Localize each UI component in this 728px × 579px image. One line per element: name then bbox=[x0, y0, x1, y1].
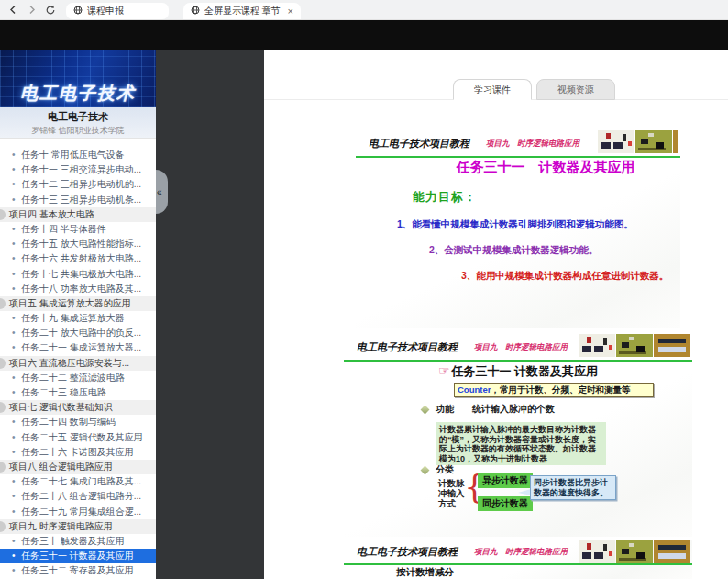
sidebar-item[interactable]: 任务十一 三相交流异步电动... bbox=[0, 162, 156, 177]
sidebar-item[interactable]: 任务十七 共集电极放大电路... bbox=[0, 267, 156, 282]
sidebar-section[interactable]: 项目八 组合逻辑电路应用 bbox=[0, 460, 156, 474]
slide-header: 电工电子技术项目教程 项目九 时序逻辑电路应用 bbox=[356, 128, 680, 156]
sidebar-section[interactable]: 项目六 直流稳压电源安装与... bbox=[0, 356, 156, 371]
slide-2: 电工电子技术项目教程 项目九 时序逻辑电路应用 ☞任务三十一 计数器及其应用 C… bbox=[344, 332, 692, 537]
sidebar-item-active[interactable]: 任务三十一 计数器及其应用 bbox=[0, 549, 156, 563]
slide-title: 任务三十一 计数器及其应用 bbox=[356, 159, 680, 176]
callout-tail bbox=[518, 489, 531, 495]
classification-row: 分类 bbox=[422, 463, 454, 476]
circuit-diagram-photo bbox=[579, 540, 615, 563]
sidebar-item[interactable]: 任务二十八 组合逻辑电路分... bbox=[0, 489, 156, 504]
course-title: 电工电子技术 bbox=[0, 107, 156, 124]
slide-photos bbox=[598, 130, 678, 153]
sidebar-item[interactable]: 任务二十一 集成运算放大器... bbox=[0, 340, 156, 355]
slide-brand: 电工电子技术项目教程 bbox=[357, 340, 458, 354]
sidebar-item[interactable]: 任务十八 功率放大电路及其... bbox=[0, 282, 156, 296]
slide-header: 电工电子技术项目教程 项目九 时序逻辑电路应用 bbox=[344, 332, 692, 360]
slide-3: 电工电子技术项目教程 项目九 时序逻辑电路应用 按计数增减分 bbox=[344, 540, 692, 579]
back-icon[interactable] bbox=[8, 5, 18, 15]
counter-en: Counter bbox=[458, 384, 491, 395]
sidebar-collapse-button[interactable]: « bbox=[156, 170, 168, 214]
goal-heading: 能力目标： bbox=[413, 189, 477, 206]
callout-box: 同步计数器比异步计数器的速度快得多。 bbox=[530, 475, 616, 500]
diamond-bullet-icon bbox=[421, 405, 430, 414]
sidebar-item[interactable]: 任务二十七 集成门电路及其... bbox=[0, 474, 156, 489]
sidebar-section[interactable]: 项目四 基本放大电路 bbox=[0, 207, 156, 222]
sidebar-item[interactable]: 任务十 常用低压电气设备 bbox=[0, 148, 156, 162]
browser-tab-label: 全屏显示课程 章节 bbox=[204, 5, 281, 17]
counter-type-async: 异步计数器 bbox=[478, 473, 533, 488]
sidebar-item[interactable]: 任务二十 放大电路中的负反... bbox=[0, 326, 156, 340]
slide-photos bbox=[579, 334, 690, 357]
content-tabs: 学习课件 视频资源 bbox=[453, 79, 615, 100]
main-panel: 学习课件 视频资源 电工电子技术项目教程 项目九 时序逻辑电路应用 任务三十一 … bbox=[264, 50, 728, 579]
sidebar-item[interactable]: 任务十九 集成运算放大器 bbox=[0, 311, 156, 326]
globe-icon bbox=[73, 6, 83, 17]
modulus-note-box: 计数器累计输入脉冲的最大数目称为计数器的“模”，又称为计数器容量或计数长度，实际… bbox=[436, 422, 606, 465]
sidebar-item[interactable]: 任务二十五 逻辑代数及其应用 bbox=[0, 430, 156, 445]
goal-item: 2、会测试中规模集成计数器逻辑功能。 bbox=[429, 244, 598, 257]
slide-title-text: 任务三十一 计数器及其应用 bbox=[451, 364, 598, 378]
browser-tab-fullscreen-course[interactable]: 全屏显示课程 章节 × bbox=[183, 3, 301, 19]
sidebar-item[interactable]: 任务二十三 稳压电路 bbox=[0, 385, 156, 400]
panel-photo bbox=[654, 334, 690, 357]
sidebar-section[interactable]: 项目九 时序逻辑电路应用 bbox=[0, 519, 156, 534]
slide-unit: 项目九 时序逻辑电路应用 bbox=[474, 547, 568, 558]
sidebar-item[interactable]: 任务十四 半导体器件 bbox=[0, 222, 156, 237]
browser-nav-buttons bbox=[0, 5, 64, 16]
browser-tab-bar: 课程申报 全屏显示课程 章节 × bbox=[0, 0, 728, 20]
course-sidebar: 电工电子技术 电工电子技术 罗锦锋 信阳职业技术学院 任务十 常用低压电气设备 … bbox=[0, 50, 156, 579]
goal-item: 1、能看懂中规模集成计数器引脚排列图和逻辑功能图。 bbox=[397, 218, 634, 231]
reload-icon[interactable] bbox=[45, 5, 56, 16]
brace-label: 计数脉冲输入方式 bbox=[438, 478, 467, 508]
top-black-strip bbox=[0, 20, 728, 50]
counter-rest: ，常用于计数、分频、定时和测量等 bbox=[491, 384, 630, 395]
function-row: 功能 统计输入脉冲的个数 bbox=[422, 403, 555, 416]
sidebar-item[interactable]: 任务二十四 数制与编码 bbox=[0, 415, 156, 429]
counter-type-sync: 同步计数器 bbox=[478, 496, 533, 511]
sidebar-item[interactable]: 任务十三 三相异步电动机条... bbox=[0, 193, 156, 207]
classification-label: 分类 bbox=[436, 463, 454, 476]
slide-unit: 项目九 时序逻辑电路应用 bbox=[474, 342, 568, 353]
function-label: 功能 bbox=[436, 403, 454, 416]
browser-tab-course-declare[interactable]: 课程申报 bbox=[66, 3, 169, 19]
close-icon[interactable]: × bbox=[288, 6, 293, 17]
course-info-block: 电工电子技术 罗锦锋 信阳职业技术学院 bbox=[0, 107, 156, 139]
slide-1: 电工电子技术项目教程 项目九 时序逻辑电路应用 任务三十一 计数器及其应用 能力… bbox=[356, 128, 680, 328]
sidebar-section[interactable]: 项目五 集成运算放大器的应用 bbox=[0, 296, 156, 311]
green-rule bbox=[356, 156, 680, 158]
sidebar-item[interactable]: 任务二十九 常用集成组合逻... bbox=[0, 505, 156, 519]
sidebar-item[interactable]: 任务二十六 卡诺图及其应用 bbox=[0, 445, 156, 460]
slide-header: 电工电子技术项目教程 项目九 时序逻辑电路应用 bbox=[344, 540, 692, 563]
slide-note: 按计数增减分 bbox=[396, 566, 454, 579]
pcb-photo bbox=[616, 334, 653, 357]
function-text: 统计输入脉冲的个数 bbox=[472, 403, 555, 416]
diamond-bullet-icon bbox=[421, 465, 430, 474]
panel-photo bbox=[673, 130, 678, 153]
panel-photo bbox=[654, 540, 690, 563]
forward-icon[interactable] bbox=[27, 5, 37, 15]
browser-tab-label: 课程申报 bbox=[87, 5, 124, 17]
tab-courseware[interactable]: 学习课件 bbox=[453, 79, 532, 100]
green-rule bbox=[344, 360, 692, 362]
circuit-diagram-photo bbox=[598, 130, 634, 153]
sidebar-item[interactable]: 任务二十二 整流滤波电路 bbox=[0, 371, 156, 385]
sidebar-section[interactable]: 项目七 逻辑代数基础知识 bbox=[0, 400, 156, 415]
tab-video-resources[interactable]: 视频资源 bbox=[536, 79, 615, 100]
course-banner: 电工电子技术 bbox=[0, 50, 156, 107]
slide-title: ☞任务三十一 计数器及其应用 bbox=[344, 363, 692, 380]
slide-brand: 电工电子技术项目教程 bbox=[369, 137, 469, 150]
banner-title: 电工电子技术 bbox=[0, 82, 156, 106]
sidebar-item[interactable]: 任务十五 放大电路性能指标... bbox=[0, 237, 156, 251]
pointer-hand-icon: ☞ bbox=[438, 363, 450, 378]
goal-item: 3、能用中规模集成计数器构成任意进制计数器。 bbox=[461, 270, 668, 283]
slide-unit: 项目九 时序逻辑电路应用 bbox=[486, 139, 579, 150]
sidebar-item[interactable]: 任务三十二 寄存器及其应用 bbox=[0, 563, 156, 578]
pcb-photo bbox=[616, 540, 653, 563]
green-rule bbox=[344, 563, 692, 565]
sidebar-item[interactable]: 任务十二 三相异步电动机的... bbox=[0, 177, 156, 192]
slide-photos bbox=[579, 540, 690, 563]
sidebar-item[interactable]: 任务十六 共发射极放大电路... bbox=[0, 251, 156, 266]
globe-icon bbox=[191, 6, 200, 17]
sidebar-item[interactable]: 任务三十 触发器及其应用 bbox=[0, 534, 156, 549]
